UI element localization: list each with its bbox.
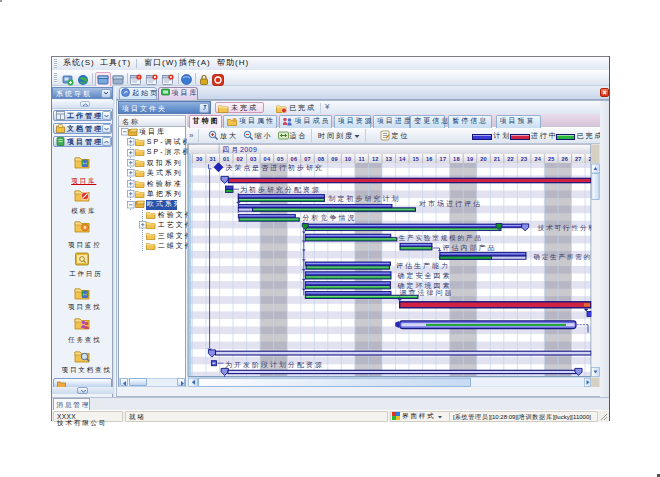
svg-text:为初步研究分配资源: 为初步研究分配资源 [240,186,321,194]
svg-text:10: 10 [345,156,352,162]
svg-text:对市场进行评估: 对市场进行评估 [419,199,482,208]
svg-text:30: 30 [196,156,203,162]
svg-text:22: 22 [507,156,514,162]
svg-text:11: 11 [358,156,364,162]
svg-text:15: 15 [412,156,419,162]
svg-text:技术可行性分析: 技术可行性分析 [537,224,597,231]
svg-text:16: 16 [426,156,433,162]
svg-text:2009: 2009 [240,146,257,153]
svg-text:四月: 四月 [222,146,240,154]
svg-text:17: 17 [440,156,447,162]
svg-text:19: 19 [467,156,474,162]
svg-text:分析竞争情况: 分析竞争情况 [302,214,357,222]
svg-text:确定安全因素: 确定安全因素 [397,272,452,280]
svg-text:14: 14 [399,156,406,162]
svg-text:12: 12 [372,156,379,162]
svg-text:生产实验室规模的产品: 生产实验室规模的产品 [399,234,483,242]
svg-text:05: 05 [277,156,284,162]
svg-text:为开发阶段计划分配资源: 为开发阶段计划分配资源 [225,361,324,369]
svg-text:26: 26 [561,156,568,162]
svg-text:08: 08 [318,156,325,162]
svg-text:调查法律问题: 调查法律问题 [400,289,454,297]
svg-text:13: 13 [385,156,392,162]
svg-text:31: 31 [209,156,216,162]
svg-text:21: 21 [494,156,501,162]
svg-text:制定初步研究计划: 制定初步研究计划 [328,195,401,203]
svg-text:01: 01 [223,156,230,162]
svg-text:24: 24 [534,156,541,162]
svg-text:27: 27 [575,156,582,162]
svg-text:04: 04 [264,156,271,162]
svg-text:20: 20 [480,156,487,162]
svg-text:09: 09 [331,156,338,162]
svg-text:评估生产能力: 评估生产能力 [396,262,450,270]
svg-text:06: 06 [291,156,298,162]
svg-text:决策点: 决策点 [226,164,253,172]
svg-text:18: 18 [453,156,460,162]
svg-text:07: 07 [304,156,311,162]
svg-text:23: 23 [521,156,528,162]
svg-text:确定生产所需的加工: 确定生产所需的加工 [533,253,600,261]
svg-text:评估内部产品: 评估内部产品 [443,244,497,252]
svg-text:02: 02 [236,156,243,162]
svg-text:是否进行初步研究: 是否进行初步研究 [252,164,324,172]
svg-text:03: 03 [250,156,257,162]
svg-text:25: 25 [548,156,555,162]
